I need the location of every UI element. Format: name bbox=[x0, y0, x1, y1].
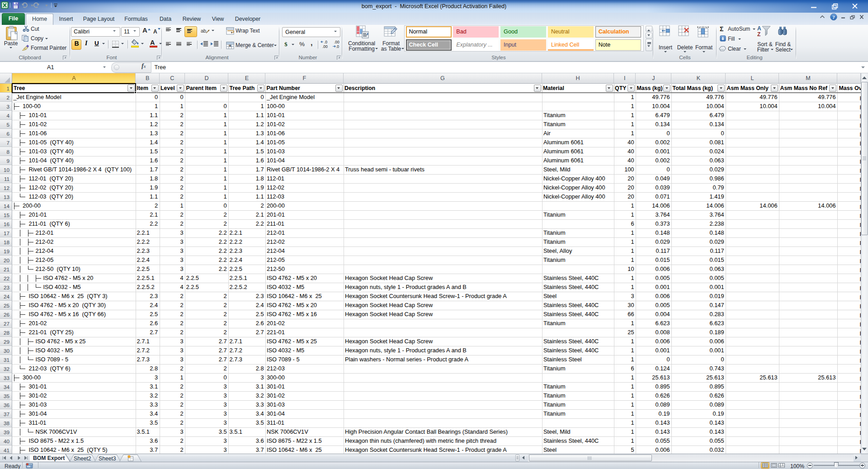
svg-text:.0: .0 bbox=[324, 40, 327, 44]
svg-text:.00: .00 bbox=[322, 44, 328, 49]
svg-text:?: ? bbox=[832, 14, 835, 20]
svg-text:A: A bbox=[757, 25, 761, 32]
svg-text:ab: ab bbox=[201, 28, 206, 33]
svg-text:a: a bbox=[229, 43, 231, 47]
svg-text:Z: Z bbox=[757, 31, 760, 38]
